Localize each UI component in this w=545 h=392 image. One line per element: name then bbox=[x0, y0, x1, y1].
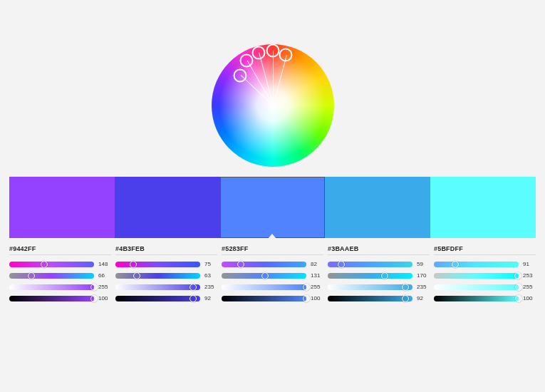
color-swatch[interactable] bbox=[9, 177, 115, 238]
slider-track[interactable] bbox=[9, 284, 94, 290]
wheel-spoke bbox=[273, 51, 274, 105]
slider-row: 100 bbox=[434, 295, 536, 301]
hex-value[interactable]: #5BFDFF bbox=[434, 245, 536, 255]
slider-knob[interactable] bbox=[515, 284, 522, 291]
slider-value: 92 bbox=[417, 295, 430, 301]
slider-knob[interactable] bbox=[381, 272, 388, 279]
hex-value[interactable]: #4B3FEB bbox=[115, 245, 217, 255]
slider-row: 91 bbox=[434, 261, 536, 267]
slider-value: 255 bbox=[98, 284, 111, 290]
slider-knob[interactable] bbox=[402, 284, 409, 291]
slider-row: 63 bbox=[115, 272, 217, 279]
slider-track[interactable] bbox=[115, 273, 200, 279]
slider-knob[interactable] bbox=[303, 295, 310, 302]
slider-value: 170 bbox=[417, 272, 430, 279]
color-swatch[interactable] bbox=[325, 177, 430, 238]
wheel-handle[interactable] bbox=[240, 53, 254, 67]
slider-knob[interactable] bbox=[303, 284, 310, 291]
slider-knob[interactable] bbox=[402, 295, 409, 302]
slider-knob[interactable] bbox=[452, 261, 459, 268]
slider-knob[interactable] bbox=[190, 284, 197, 291]
slider-track[interactable] bbox=[328, 273, 412, 279]
slider-value: 255 bbox=[311, 284, 323, 290]
swatch-details-column: #5BFDFF91253255100 bbox=[434, 245, 536, 306]
hex-value[interactable]: #3BAAEB bbox=[328, 245, 430, 255]
slider-track[interactable] bbox=[115, 296, 200, 301]
slider-value: 148 bbox=[98, 261, 111, 267]
slider-track[interactable] bbox=[222, 262, 306, 267]
slider-track[interactable] bbox=[434, 296, 519, 301]
wheel-handle[interactable] bbox=[251, 46, 265, 59]
slider-track[interactable] bbox=[434, 262, 519, 267]
wheel-handle[interactable] bbox=[266, 44, 279, 58]
slider-row: 100 bbox=[222, 295, 323, 301]
slider-knob[interactable] bbox=[515, 295, 522, 302]
slider-track[interactable] bbox=[222, 273, 306, 279]
color-wheel-area bbox=[0, 0, 545, 177]
slider-value: 100 bbox=[311, 295, 323, 301]
slider-value: 91 bbox=[523, 261, 536, 267]
color-swatch[interactable] bbox=[220, 177, 326, 238]
swatch-details-column: #4B3FEB756323592 bbox=[115, 245, 222, 306]
slider-knob[interactable] bbox=[28, 272, 35, 279]
hex-value[interactable]: #5283FF bbox=[222, 245, 323, 255]
slider-value: 100 bbox=[523, 295, 536, 301]
slider-knob[interactable] bbox=[338, 261, 345, 268]
slider-value: 253 bbox=[523, 272, 536, 279]
slider-value: 59 bbox=[417, 261, 430, 267]
slider-track[interactable] bbox=[222, 284, 306, 290]
slider-row: 100 bbox=[9, 295, 111, 301]
slider-knob[interactable] bbox=[514, 272, 521, 279]
slider-knob[interactable] bbox=[133, 272, 140, 279]
slider-value: 92 bbox=[204, 295, 217, 301]
selected-pointer-icon bbox=[268, 234, 276, 239]
slider-track[interactable] bbox=[434, 273, 519, 279]
slider-knob[interactable] bbox=[130, 261, 137, 268]
slider-row: 59 bbox=[328, 261, 430, 267]
color-swatch[interactable] bbox=[115, 177, 220, 238]
wheel-handle[interactable] bbox=[279, 48, 293, 62]
slider-track[interactable] bbox=[328, 284, 412, 290]
swatch-details-column: #5283FF82131255100 bbox=[222, 245, 328, 306]
slider-value: 66 bbox=[98, 272, 111, 279]
wheel-handle[interactable] bbox=[234, 68, 247, 82]
color-swatch[interactable] bbox=[430, 177, 536, 238]
slider-knob[interactable] bbox=[190, 295, 197, 302]
slider-value: 131 bbox=[311, 272, 323, 279]
swatch-row bbox=[0, 177, 545, 238]
hex-value[interactable]: #9442FF bbox=[9, 245, 111, 255]
slider-knob[interactable] bbox=[90, 284, 98, 291]
slider-knob[interactable] bbox=[261, 272, 269, 279]
slider-track[interactable] bbox=[9, 296, 94, 301]
details-row: #9442FF14866255100#4B3FEB756323592#5283F… bbox=[0, 245, 545, 306]
slider-row: 92 bbox=[115, 295, 217, 301]
slider-row: 131 bbox=[222, 272, 323, 279]
slider-value: 235 bbox=[204, 284, 217, 290]
slider-row: 235 bbox=[328, 284, 430, 290]
slider-row: 170 bbox=[328, 272, 430, 279]
slider-track[interactable] bbox=[434, 284, 519, 290]
slider-track[interactable] bbox=[328, 296, 412, 301]
slider-value: 235 bbox=[417, 284, 430, 290]
slider-track[interactable] bbox=[9, 273, 94, 279]
slider-row: 66 bbox=[9, 272, 111, 279]
slider-row: 255 bbox=[222, 284, 323, 290]
slider-knob[interactable] bbox=[90, 295, 98, 302]
slider-track[interactable] bbox=[9, 262, 94, 267]
slider-track[interactable] bbox=[328, 262, 412, 267]
slider-track[interactable] bbox=[115, 262, 200, 267]
slider-row: 92 bbox=[328, 295, 430, 301]
slider-value: 82 bbox=[311, 261, 323, 267]
slider-row: 82 bbox=[222, 261, 323, 267]
slider-value: 255 bbox=[523, 284, 536, 290]
color-wheel[interactable] bbox=[212, 44, 334, 167]
slider-knob[interactable] bbox=[41, 261, 48, 268]
slider-value: 75 bbox=[204, 261, 217, 267]
slider-value: 63 bbox=[204, 272, 217, 279]
slider-knob[interactable] bbox=[237, 261, 244, 268]
slider-row: 75 bbox=[115, 261, 217, 267]
slider-track[interactable] bbox=[115, 284, 200, 290]
slider-row: 253 bbox=[434, 272, 536, 279]
swatch-details-column: #9442FF14866255100 bbox=[9, 245, 115, 306]
slider-track[interactable] bbox=[222, 296, 306, 301]
